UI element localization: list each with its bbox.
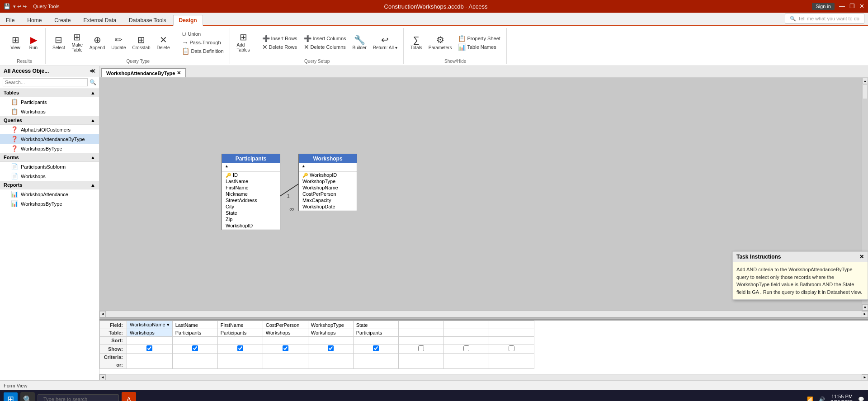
grid-cell-field-2[interactable]: FirstName — [217, 321, 263, 329]
grid-cell-show-4[interactable] — [308, 344, 353, 354]
grid-cell-field-1[interactable]: LastName — [172, 321, 217, 329]
show-checkbox-0[interactable] — [146, 345, 152, 351]
show-checkbox-5[interactable] — [373, 345, 379, 351]
sidebar-item-alpha-list[interactable]: ❓ AlphaListOfCustomers — [0, 125, 99, 134]
grid-scroll-right-btn[interactable]: ► — [862, 374, 868, 381]
sidebar-search-input[interactable] — [3, 78, 88, 86]
grid-cell-table-4[interactable]: Workshops — [308, 329, 353, 337]
grid-cell-field-4[interactable]: WorkshopType — [308, 321, 353, 329]
grid-cell-or-0[interactable] — [127, 361, 173, 369]
append-btn[interactable]: ⊕ Append — [87, 34, 107, 52]
grid-cell-sort-1[interactable] — [172, 337, 217, 344]
return-btn[interactable]: ↩ Return: All ▾ — [371, 34, 400, 52]
tab-database-tools[interactable]: Database Tools — [123, 15, 172, 25]
grid-scroll-left-btn[interactable]: ◄ — [99, 374, 106, 381]
grid-cell-criteria-5[interactable] — [353, 354, 398, 361]
taskbar-search-btn[interactable]: 🔍 — [20, 392, 35, 401]
start-btn[interactable]: ⊞ — [4, 392, 18, 401]
grid-cell-field-8[interactable] — [489, 321, 534, 329]
grid-cell-or-4[interactable] — [308, 361, 353, 369]
run-btn[interactable]: ▶ Run — [25, 34, 42, 52]
grid-cell-show-3[interactable] — [263, 344, 308, 354]
grid-cell-or-1[interactable] — [172, 361, 217, 369]
sidebar-search-box[interactable]: 🔍 — [0, 76, 99, 89]
grid-cell-criteria-2[interactable] — [217, 354, 263, 361]
scroll-thumb[interactable] — [863, 85, 867, 99]
sidebar-section-tables[interactable]: Tables ▲ — [0, 89, 99, 97]
h-scrollbar-grid[interactable]: ◄ ► — [99, 374, 868, 380]
grid-scroll-track[interactable] — [106, 374, 862, 381]
taskbar-access-icon[interactable]: A — [122, 392, 136, 401]
grid-cell-field-3[interactable]: CostPerPerson — [263, 321, 308, 329]
grid-cell-or-8[interactable] — [489, 361, 534, 369]
tab-design[interactable]: Design — [173, 15, 203, 26]
taskbar-notification-icon[interactable]: 💬 — [858, 396, 864, 401]
participants-field-firstname[interactable]: FirstName — [222, 184, 280, 191]
taskbar-search-input[interactable] — [38, 394, 119, 401]
tab-file[interactable]: File — [0, 15, 20, 25]
participants-field-id[interactable]: 🔑 ID — [222, 172, 280, 178]
workshops-field-maxcapacity[interactable]: MaxCapacity — [299, 197, 357, 203]
add-tables-btn[interactable]: ⊞ AddTables — [235, 31, 252, 54]
participants-star-field[interactable]: * — [222, 164, 280, 172]
show-checkbox-8[interactable] — [509, 345, 514, 351]
workshops-star-field[interactable]: * — [299, 164, 357, 172]
close-btn[interactable]: ✕ — [859, 3, 864, 10]
insert-cols-btn[interactable]: ➕ Insert Columns — [302, 34, 349, 42]
workshops-field-workshopdate[interactable]: WorkshopDate — [299, 203, 357, 210]
grid-cell-show-1[interactable] — [172, 344, 217, 354]
table-names-btn[interactable]: 📊 Table Names — [456, 43, 502, 51]
h-scrollbar-design[interactable]: ◄ ► — [99, 311, 868, 317]
pass-through-btn[interactable]: → Pass-Through — [179, 38, 226, 47]
union-btn[interactable]: ∪ Union — [179, 30, 226, 38]
select-btn[interactable]: ⊟ Select — [50, 34, 67, 52]
workshops-field-workshopid[interactable]: 🔑 WorkshopID — [299, 172, 357, 178]
grid-cell-table-5[interactable]: Participants — [353, 329, 398, 337]
grid-cell-sort-6[interactable] — [398, 337, 443, 344]
show-checkbox-1[interactable] — [192, 345, 198, 351]
grid-cell-sort-8[interactable] — [489, 337, 534, 344]
sidebar-item-workshops-by-type[interactable]: ❓ WorkshopsByType — [0, 144, 99, 153]
doc-tab-close-btn[interactable]: ✕ — [177, 70, 181, 76]
sidebar-section-forms[interactable]: Forms ▲ — [0, 153, 99, 162]
workshops-field-workshopname[interactable]: WorkshopName — [299, 184, 357, 191]
sidebar-section-reports[interactable]: Reports ▲ — [0, 181, 99, 189]
show-checkbox-7[interactable] — [463, 345, 469, 351]
scroll-down-btn[interactable]: ▼ — [862, 304, 868, 311]
participants-field-state[interactable]: State — [222, 210, 280, 216]
grid-cell-table-8[interactable] — [489, 329, 534, 337]
grid-cell-sort-7[interactable] — [443, 337, 489, 344]
delete-btn[interactable]: ✕ Delete — [155, 34, 172, 52]
grid-cell-field-5[interactable]: State — [353, 321, 398, 329]
grid-cell-table-3[interactable]: Workshops — [263, 329, 308, 337]
minimize-btn[interactable]: — — [839, 3, 845, 10]
maximize-btn[interactable]: ❐ — [849, 3, 855, 10]
sidebar-item-participants[interactable]: 📋 Participants — [0, 97, 99, 107]
grid-cell-or-7[interactable] — [443, 361, 489, 369]
delete-cols-btn[interactable]: ✕ Delete Columns — [302, 43, 349, 51]
grid-cell-show-0[interactable] — [127, 344, 173, 354]
update-btn[interactable]: ✏ Update — [109, 34, 128, 52]
insert-rows-btn[interactable]: ➕ Insert Rows — [260, 34, 300, 42]
grid-cell-show-6[interactable] — [398, 344, 443, 354]
grid-cell-sort-4[interactable] — [308, 337, 353, 344]
sidebar-section-queries[interactable]: Queries ▲ — [0, 116, 99, 125]
grid-cell-sort-2[interactable] — [217, 337, 263, 344]
participants-field-nickname[interactable]: Nickname — [222, 191, 280, 197]
grid-cell-field-0[interactable]: WorkshopName ▾ — [127, 321, 173, 329]
grid-cell-or-2[interactable] — [217, 361, 263, 369]
show-checkbox-2[interactable] — [237, 345, 243, 351]
sidebar-item-workshop-attendance[interactable]: ❓ WorkshopAttendanceByType — [0, 134, 99, 144]
grid-cell-criteria-1[interactable] — [172, 354, 217, 361]
show-checkbox-3[interactable] — [283, 345, 288, 351]
sidebar-item-workshops-form[interactable]: 📄 Workshops — [0, 171, 99, 181]
participants-field-city[interactable]: City — [222, 203, 280, 210]
grid-cell-criteria-4[interactable] — [308, 354, 353, 361]
builder-btn[interactable]: 🔧 Builder — [350, 34, 369, 52]
grid-cell-show-8[interactable] — [489, 344, 534, 354]
workshops-field-workshoptype[interactable]: WorkshopType — [299, 178, 357, 184]
totals-btn[interactable]: ∑ Totals — [408, 34, 425, 52]
tab-create[interactable]: Create — [48, 15, 76, 25]
show-checkbox-6[interactable] — [418, 345, 424, 351]
parameters-btn[interactable]: ⚙ Parameters — [426, 34, 454, 52]
